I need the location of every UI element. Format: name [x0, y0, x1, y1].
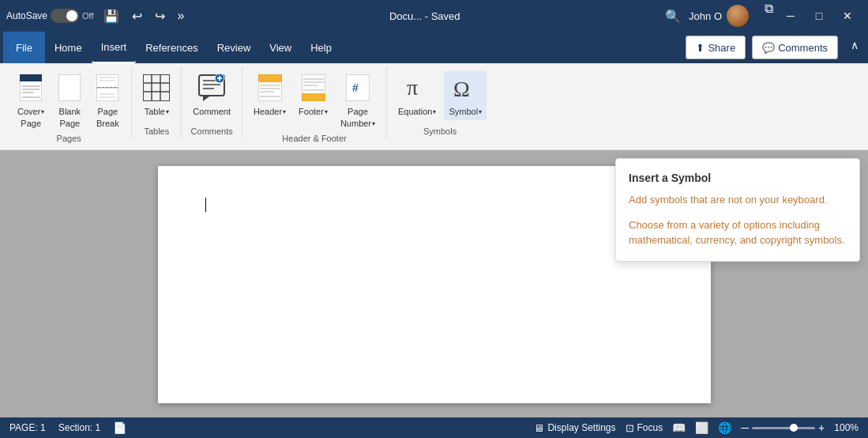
- toggle-knob: [66, 10, 77, 21]
- svg-rect-4: [22, 92, 34, 93]
- page-label: PAGE: 1: [9, 422, 46, 433]
- focus-control[interactable]: ⊡ Focus: [626, 422, 663, 434]
- comments-group-label: Comments: [191, 125, 233, 136]
- autosave-toggle[interactable]: [51, 9, 79, 23]
- autosave-control: AutoSave Off: [6, 9, 94, 23]
- status-doc-icon[interactable]: 📄: [113, 421, 126, 434]
- page-number-icon: #: [346, 74, 370, 105]
- collapse-ribbon-icon[interactable]: ∧: [844, 36, 865, 59]
- ribbon-group-symbols: π Equation ▾ Ω Symbol: [387, 66, 493, 138]
- avatar-image: [727, 5, 749, 27]
- page-break-button[interactable]: Page Break: [90, 71, 125, 132]
- pages-items: Cover ▾ Page Blank Page: [13, 68, 125, 132]
- svg-text:Ω: Ω: [453, 77, 470, 101]
- page-number-button[interactable]: # Page Number ▾: [336, 71, 380, 132]
- svg-text:π: π: [407, 75, 418, 100]
- view-menu[interactable]: View: [260, 32, 301, 63]
- status-right: 🖥 Display Settings ⊡ Focus 📖 ⬜ 🌐 ─ + 100…: [534, 421, 859, 434]
- document-title: Docu... - Saved: [194, 10, 656, 22]
- tables-items: Table ▾: [138, 68, 175, 125]
- equation-label: Equation ▾: [398, 107, 436, 117]
- undo-icon[interactable]: ↩: [129, 7, 145, 25]
- page-number-label: Page: [348, 107, 368, 117]
- ribbon-group-headerfooter: Header ▾: [242, 66, 387, 138]
- zoom-control[interactable]: ─ +: [741, 421, 825, 434]
- restore-icon[interactable]: ⧉: [761, 0, 776, 32]
- review-menu[interactable]: Review: [208, 32, 261, 63]
- share-label: Share: [708, 42, 735, 54]
- symbol-button[interactable]: Ω Symbol ▾: [444, 71, 487, 120]
- help-menu[interactable]: Help: [301, 32, 341, 63]
- section-label: Section: 1: [58, 422, 100, 433]
- equation-icon: π: [404, 74, 430, 105]
- comment-icon: [198, 74, 225, 105]
- header-label: Header ▾: [254, 107, 286, 117]
- ribbon-group-tables: Table ▾ Tables: [132, 66, 182, 138]
- display-settings-icon: 🖥: [534, 422, 544, 434]
- save-icon[interactable]: 💾: [100, 7, 122, 25]
- symbol-icon: Ω: [452, 74, 479, 105]
- focus-icon: ⊡: [626, 422, 634, 434]
- user-name: John O: [689, 10, 722, 22]
- svg-rect-28: [258, 74, 282, 82]
- zoom-slider-thumb: [790, 424, 798, 432]
- share-button[interactable]: ⬆ Share: [686, 36, 746, 59]
- svg-rect-14: [143, 74, 170, 101]
- close-button[interactable]: ✕: [833, 0, 862, 32]
- tooltip-text1: Add symbols that are not on your keyboar…: [629, 192, 847, 208]
- svg-rect-5: [22, 96, 39, 98]
- web-layout-icon[interactable]: 🌐: [718, 421, 731, 434]
- page-break-label: Page: [97, 107, 118, 117]
- display-settings-label: Display Settings: [547, 422, 615, 433]
- svg-rect-6: [58, 74, 81, 101]
- blank-page-button[interactable]: Blank Page: [52, 71, 87, 132]
- page-number-arrow-icon: ▾: [372, 120, 375, 128]
- insert-menu[interactable]: Insert: [92, 32, 137, 63]
- read-mode-icon[interactable]: 📖: [672, 421, 686, 434]
- zoom-level-label: 100%: [834, 422, 859, 433]
- document-area: Insert a Symbol Add symbols that are not…: [0, 150, 868, 417]
- display-settings[interactable]: 🖥 Display Settings: [534, 422, 615, 434]
- blank-page-icon: [58, 74, 81, 105]
- zoom-minus-icon[interactable]: ─: [741, 421, 749, 434]
- cover-page-arrow-icon: ▾: [41, 108, 44, 116]
- comments-items: Comment: [188, 68, 235, 125]
- zoom-slider-track[interactable]: [752, 427, 815, 429]
- ribbon: Cover ▾ Page Blank Page: [0, 63, 868, 150]
- redo-icon[interactable]: ↪: [152, 7, 168, 25]
- cover-page-icon: [20, 74, 42, 105]
- print-layout-icon[interactable]: ⬜: [695, 421, 708, 434]
- footer-button[interactable]: Footer ▾: [294, 71, 333, 120]
- footer-arrow-icon: ▾: [325, 108, 328, 116]
- page-break-icon: [96, 74, 118, 105]
- minimize-button[interactable]: ─: [776, 0, 805, 32]
- table-arrow-icon: ▾: [166, 108, 169, 116]
- svg-rect-3: [22, 89, 39, 90]
- svg-rect-2: [22, 85, 39, 87]
- comment-button[interactable]: Comment: [188, 71, 235, 120]
- header-button[interactable]: Header ▾: [249, 71, 291, 120]
- home-menu[interactable]: Home: [45, 32, 92, 63]
- header-arrow-icon: ▾: [283, 108, 286, 116]
- references-menu[interactable]: References: [136, 32, 207, 63]
- maximize-button[interactable]: □: [805, 0, 833, 32]
- symbol-tooltip: Insert a Symbol Add symbols that are not…: [615, 158, 860, 262]
- blank-page-label: Blank: [59, 107, 81, 117]
- headerfooter-items: Header ▾: [249, 68, 380, 132]
- equation-button[interactable]: π Equation ▾: [393, 71, 441, 120]
- comments-button[interactable]: 💬 Comments: [752, 36, 838, 59]
- more-commands-icon[interactable]: »: [175, 7, 188, 25]
- share-icon: ⬆: [696, 42, 705, 54]
- search-icon[interactable]: 🔍: [662, 7, 684, 25]
- cover-page-button[interactable]: Cover ▾ Page: [13, 71, 49, 132]
- symbol-arrow-icon: ▾: [479, 108, 482, 116]
- footer-label: Footer ▾: [299, 107, 328, 117]
- ribbon-content: Cover ▾ Page Blank Page: [0, 63, 868, 149]
- table-label: Table ▾: [145, 107, 169, 117]
- avatar[interactable]: [727, 5, 749, 27]
- comment-label: Comment: [193, 107, 231, 117]
- table-button[interactable]: Table ▾: [138, 71, 175, 120]
- file-menu[interactable]: File: [3, 32, 45, 63]
- zoom-plus-icon[interactable]: +: [818, 421, 825, 434]
- comments-icon: 💬: [762, 42, 775, 54]
